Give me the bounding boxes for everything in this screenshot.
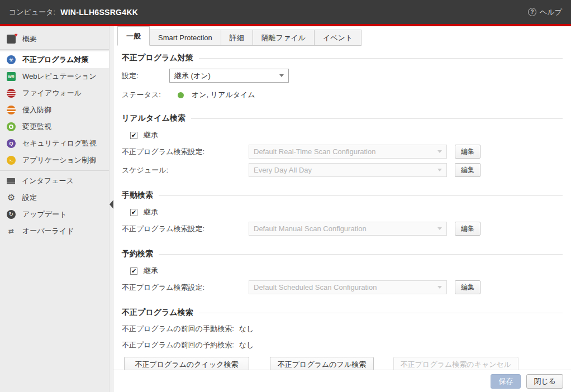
manual-config-row: 不正プログラム検索設定: Default Manual Scan Configu…	[122, 222, 563, 236]
computer-name: WIN-LLH6SSRG4KK	[60, 8, 138, 17]
sidebar-item-label: 不正プログラム対策	[22, 55, 89, 65]
selected-option: Default Scheduled Scan Configuration	[254, 283, 377, 291]
update-icon: ↻	[7, 210, 16, 219]
sidebar-item-label: 設定	[22, 193, 37, 203]
chevron-down-icon	[437, 227, 442, 230]
anti-malware-state-select[interactable]: 継承 (オン)	[169, 69, 289, 83]
inherit-label: 継承	[144, 207, 158, 217]
sidebar-item-overview[interactable]: ♥ 概要	[0, 31, 109, 47]
sidebar-item-update[interactable]: ↻ アップデート	[0, 206, 109, 223]
scheduled-config-select: Default Scheduled Scan Configuration	[249, 280, 447, 294]
manual-inherit-checkbox[interactable]: ✔	[130, 209, 137, 216]
sidebar-item-label: アップデート	[22, 209, 67, 219]
integrity-monitoring-icon	[7, 122, 16, 131]
scheduled-inherit-checkbox[interactable]: ✔	[130, 267, 137, 275]
realtime-inherit-checkbox[interactable]: ✔	[130, 132, 137, 139]
sidebar-gutter	[109, 26, 113, 392]
sidebar: ♥ 概要 ☣ 不正プログラム対策 WR Webレピュテーション ファイアウォール…	[0, 26, 109, 392]
chevron-down-icon	[437, 169, 442, 171]
sidebar-item-label: インタフェース	[22, 176, 74, 186]
tab-quarantined-files[interactable]: 隔離ファイル	[253, 30, 315, 46]
sidebar-item-web-reputation[interactable]: WR Webレピュテーション	[0, 68, 109, 85]
sidebar-collapse-icon[interactable]	[110, 200, 113, 209]
tab-smart-protection[interactable]: Smart Protection	[149, 30, 221, 46]
section-malware-scan: 不正プログラム検索	[122, 308, 563, 318]
chevron-down-icon	[279, 74, 284, 77]
status-value: オン, リアルタイム	[192, 90, 255, 100]
scheduled-inherit-row: ✔ 継承	[122, 266, 563, 276]
sidebar-item-interface[interactable]: インタフェース	[0, 173, 109, 189]
tab-advanced[interactable]: 詳細	[221, 30, 253, 46]
realtime-schedule-edit-button[interactable]: 編集	[455, 163, 480, 177]
sidebar-divider	[0, 170, 109, 171]
tab-general[interactable]: 一般	[117, 26, 150, 46]
tab-events[interactable]: イベント	[314, 30, 361, 46]
sidebar-item-override[interactable]: ⇄ オーバーライド	[0, 223, 109, 240]
interface-icon	[7, 178, 15, 184]
sidebar-item-label: セキュリティログ監視	[22, 138, 96, 149]
sidebar-item-label: ファイアウォール	[22, 88, 82, 98]
scan-config-label: 不正プログラム検索設定:	[122, 224, 249, 234]
inherit-label: 継承	[144, 266, 158, 276]
sidebar-item-label: 概要	[22, 34, 37, 44]
scan-config-label: 不正プログラム検索設定:	[122, 147, 249, 157]
general-tab-content: 不正プログラム対策 設定: 継承 (オン) ステータス: オン, リアルタイム …	[113, 53, 571, 372]
last-manual-scan-label: 不正プログラムの前回の手動検索:	[122, 324, 234, 334]
sidebar-item-label: 侵入防御	[22, 105, 51, 115]
chevron-down-icon	[437, 150, 442, 153]
intrusion-prevention-icon	[7, 106, 16, 114]
save-button[interactable]: 保存	[491, 374, 521, 389]
tab-bar: 一般 Smart Protection 詳細 隔離ファイル イベント	[113, 26, 571, 46]
scheduled-config-edit-button[interactable]: 編集	[455, 280, 480, 294]
setting-row: 設定: 継承 (オン)	[122, 69, 563, 83]
sidebar-item-firewall[interactable]: ファイアウォール	[0, 85, 109, 102]
help-label: ヘルプ	[540, 7, 562, 17]
scheduled-config-row: 不正プログラム検索設定: Default Scheduled Scan Conf…	[122, 280, 563, 294]
selected-option: Default Manual Scan Configuration	[254, 224, 367, 233]
sidebar-item-anti-malware[interactable]: ☣ 不正プログラム対策	[0, 51, 109, 68]
web-reputation-icon: WR	[7, 72, 16, 81]
sidebar-item-label: アプリケーション制御	[22, 155, 96, 165]
realtime-schedule-row: スケジュール: Every Day All Day 編集	[122, 163, 563, 177]
sidebar-item-log-inspection[interactable]: Q セキュリティログ監視	[0, 135, 109, 152]
section-scheduled-scan: 予約検索	[122, 249, 563, 259]
manual-config-edit-button[interactable]: 編集	[455, 222, 480, 236]
chevron-down-icon	[437, 286, 442, 289]
content-panel: 一般 Smart Protection 詳細 隔離ファイル イベント 不正プログ…	[113, 26, 571, 392]
sidebar-item-application-control[interactable]: >_ アプリケーション制御	[0, 152, 109, 169]
sidebar-item-label: オーバーライド	[22, 226, 74, 236]
sidebar-item-settings[interactable]: ⚙ 設定	[0, 189, 109, 206]
manual-config-select: Default Manual Scan Configuration	[249, 222, 447, 236]
firewall-icon	[7, 89, 16, 98]
last-scheduled-scan-row: 不正プログラムの前回の予約検索: なし	[122, 340, 563, 350]
setting-label: 設定:	[122, 71, 169, 81]
manual-inherit-row: ✔ 継承	[122, 207, 563, 217]
selected-option: Default Real-Time Scan Configuration	[254, 147, 375, 156]
title-bar: コンピュータ: WIN-LLH6SSRG4KK ? ヘルプ	[0, 0, 571, 24]
inherit-label: 継承	[144, 130, 158, 140]
override-icon: ⇄	[7, 227, 16, 236]
selected-option: Every Day All Day	[254, 166, 312, 174]
last-manual-scan-value: なし	[239, 324, 254, 334]
sidebar-item-intrusion-prevention[interactable]: 侵入防御	[0, 102, 109, 118]
overview-icon: ♥	[7, 35, 16, 44]
section-manual-scan: 手動検索	[122, 190, 563, 200]
sidebar-item-label: 変更監視	[22, 122, 51, 132]
help-link[interactable]: ? ヘルプ	[528, 7, 562, 17]
settings-gear-icon: ⚙	[7, 193, 16, 202]
section-realtime-scan: リアルタイム検索	[122, 113, 563, 123]
help-icon: ?	[528, 8, 536, 16]
selected-option: 継承 (オン)	[174, 71, 211, 81]
realtime-config-row: 不正プログラム検索設定: Default Real-Time Scan Conf…	[122, 145, 563, 159]
last-scheduled-scan-value: なし	[239, 340, 254, 350]
schedule-label: スケジュール:	[122, 165, 249, 175]
log-inspection-icon: Q	[7, 139, 16, 148]
realtime-inherit-row: ✔ 継承	[122, 130, 563, 140]
application-control-icon: >_	[7, 156, 16, 165]
status-green-dot-icon	[178, 92, 184, 98]
close-button[interactable]: 閉じる	[526, 374, 563, 389]
status-label: ステータス:	[122, 90, 169, 100]
footer-bar: 保存 閉じる	[113, 370, 571, 392]
realtime-config-edit-button[interactable]: 編集	[455, 145, 480, 159]
sidebar-item-integrity-monitoring[interactable]: 変更監視	[0, 118, 109, 135]
